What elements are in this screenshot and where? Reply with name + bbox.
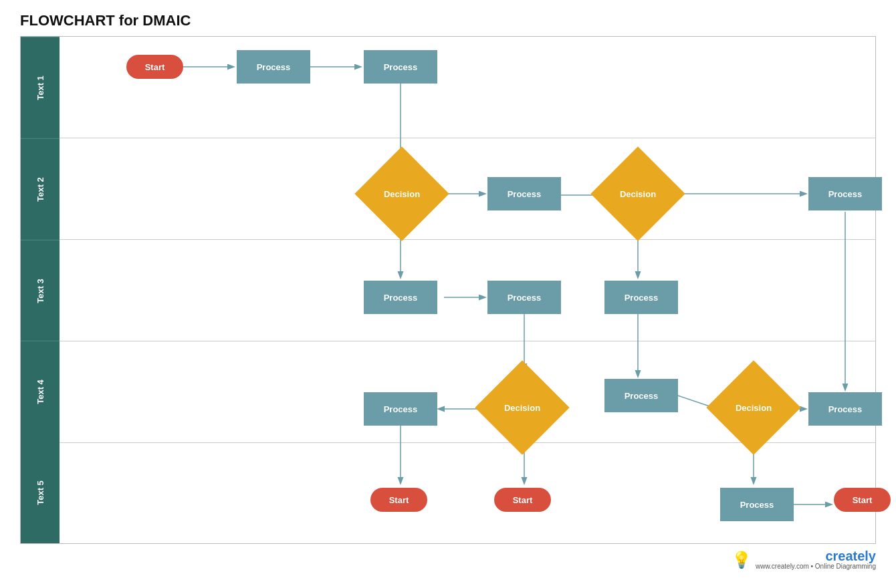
- process-2: Process: [364, 50, 437, 84]
- diagram-content: Start Process Process Decision Process D…: [60, 37, 875, 543]
- start-2: Start: [370, 488, 427, 512]
- lane-row-2: [60, 138, 875, 240]
- process-5: Process: [364, 281, 437, 314]
- lane-label-3: Text 3: [21, 240, 60, 341]
- footer: 💡 creately www.creately.com • Online Dia…: [0, 544, 896, 573]
- decision-3: Decision: [489, 374, 556, 441]
- process-10: Process: [808, 392, 882, 426]
- lane-labels: Text 1 Text 2 Text 3 Text 4 Text 5: [21, 37, 60, 543]
- page-title: FLOWCHART for DMAIC: [0, 0, 896, 36]
- lane-label-2: Text 2: [21, 138, 60, 240]
- process-3: Process: [487, 177, 561, 210]
- process-7: Process: [604, 281, 678, 314]
- lane-row-3: [60, 240, 875, 341]
- process-11: Process: [720, 488, 794, 521]
- process-9: Process: [604, 379, 678, 412]
- lane-label-5: Text 5: [21, 442, 60, 543]
- lane-label-4: Text 4: [21, 341, 60, 442]
- diagram-outer: Text 1 Text 2 Text 3 Text 4 Text 5: [20, 36, 876, 544]
- lane-label-1: Text 1: [21, 37, 60, 138]
- process-1: Process: [237, 50, 310, 84]
- decision-1: Decision: [368, 160, 435, 227]
- brand-url: www.creately.com • Online Diagramming: [756, 563, 876, 570]
- bulb-icon: 💡: [732, 551, 752, 569]
- start-1: Start: [126, 55, 183, 79]
- decision-2: Decision: [604, 160, 671, 227]
- process-4: Process: [808, 177, 882, 210]
- creately-logo: creately www.creately.com • Online Diagr…: [756, 549, 876, 570]
- lane-row-1: [60, 37, 875, 138]
- decision-4: Decision: [720, 374, 787, 441]
- start-4: Start: [834, 488, 891, 512]
- start-3: Start: [494, 488, 551, 512]
- brand-name: creately: [825, 549, 876, 563]
- process-8: Process: [364, 392, 437, 426]
- process-6: Process: [487, 281, 561, 314]
